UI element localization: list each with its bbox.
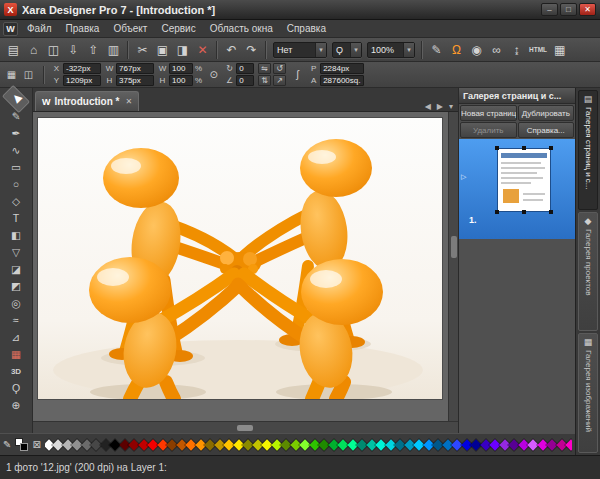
bounds-icon[interactable]: ◫: [21, 67, 36, 82]
delete-icon[interactable]: ✕: [193, 40, 212, 59]
transparency-tool[interactable]: ▽: [4, 244, 28, 260]
no-color-icon[interactable]: ⊠: [32, 439, 40, 450]
scale-diagonal-icon[interactable]: ↗: [273, 75, 286, 86]
window-icon[interactable]: ▦: [550, 40, 569, 59]
rectangle-tool[interactable]: ▭: [4, 159, 28, 175]
document-tab[interactable]: W Introduction * ✕: [35, 91, 139, 111]
line-width-combo[interactable]: Нет ▾: [273, 42, 327, 58]
contour-tool[interactable]: ◎: [4, 295, 28, 311]
shadow-tool[interactable]: ◪: [4, 261, 28, 277]
menu-item[interactable]: Объект: [106, 21, 154, 36]
menu-item[interactable]: Правка: [59, 21, 107, 36]
redo-icon[interactable]: ↷: [242, 40, 261, 59]
maximize-button[interactable]: □: [560, 3, 577, 16]
rotation-angle-field[interactable]: [236, 63, 254, 74]
ellipse-tool[interactable]: ○: [4, 176, 28, 192]
height-field[interactable]: [116, 75, 154, 86]
freehand-tool[interactable]: ∿: [4, 142, 28, 158]
delete-page-button[interactable]: Удалить: [460, 122, 517, 138]
selection-handle[interactable]: [549, 146, 553, 150]
snap-magnet-icon[interactable]: Ω: [447, 40, 466, 59]
menu-item[interactable]: Справка: [280, 21, 333, 36]
menu-item[interactable]: Область окна: [203, 21, 280, 36]
vertical-scroll-thumb[interactable]: [451, 236, 457, 258]
color-swatch[interactable]: [566, 439, 572, 450]
tab-pages-gallery[interactable]: ▤Галерея страниц и с...: [578, 90, 598, 210]
x-position-field[interactable]: [63, 63, 101, 74]
copy-icon[interactable]: ▣: [153, 40, 172, 59]
page-thumbnail[interactable]: [498, 149, 550, 211]
xara-menu-icon[interactable]: W: [3, 22, 18, 36]
minimize-button[interactable]: –: [541, 3, 558, 16]
paste-icon[interactable]: ◨: [173, 40, 192, 59]
paperclip-icon[interactable]: ʃ: [290, 67, 305, 82]
duplicate-page-button[interactable]: Дублировать: [518, 105, 575, 121]
undo-icon[interactable]: ↶: [222, 40, 241, 59]
prev-doc-icon[interactable]: ◀: [422, 102, 434, 111]
menu-item[interactable]: Файл: [20, 21, 59, 36]
import-icon[interactable]: ⇩: [64, 40, 83, 59]
snap-grid-icon[interactable]: ▦: [4, 67, 19, 82]
toolbar-separator: [265, 41, 267, 59]
zoom-tool[interactable]: Ϙ: [4, 380, 28, 396]
new-page-button[interactable]: Новая страница: [460, 105, 517, 121]
open-icon[interactable]: ⌂: [24, 40, 43, 59]
new-document-icon[interactable]: ▤: [4, 40, 23, 59]
aspect-lock-icon[interactable]: ⊙: [206, 67, 221, 82]
doc-list-icon[interactable]: ▾: [446, 102, 456, 111]
scale-height-field[interactable]: [169, 75, 193, 86]
selection-handle[interactable]: [495, 146, 499, 150]
page-list-item-selected[interactable]: ▷: [459, 139, 575, 239]
bevel-tool[interactable]: ◩: [4, 278, 28, 294]
flip-horizontal-icon[interactable]: ⇋: [258, 63, 271, 74]
expand-arrow-icon[interactable]: ▷: [461, 173, 466, 181]
edit-color-icon[interactable]: ✎: [3, 439, 11, 450]
web-export-icon[interactable]: ◉: [467, 40, 486, 59]
close-button[interactable]: ✕: [579, 3, 596, 16]
push-tool[interactable]: ⊕: [4, 397, 28, 413]
gallery-panel-title[interactable]: Галерея страниц и с...: [459, 88, 575, 104]
text-tool[interactable]: T: [4, 210, 28, 226]
selection-handle[interactable]: [522, 146, 526, 150]
link-icon[interactable]: ∞: [487, 40, 506, 59]
pen-tool[interactable]: ✒: [4, 125, 28, 141]
blend-tool[interactable]: ≈: [4, 312, 28, 328]
canvas[interactable]: [33, 112, 458, 421]
print-icon[interactable]: ▥: [104, 40, 123, 59]
selection-handle[interactable]: [522, 210, 526, 214]
cut-icon[interactable]: ✂: [133, 40, 152, 59]
selection-handle[interactable]: [495, 210, 499, 214]
horizontal-scroll-thumb[interactable]: [237, 425, 253, 431]
width-field[interactable]: [116, 63, 154, 74]
mold-tool[interactable]: ⊿: [4, 329, 28, 345]
photo-tool[interactable]: ▦: [4, 346, 28, 362]
close-tab-icon[interactable]: ✕: [124, 97, 133, 106]
photo-image[interactable]: [38, 118, 442, 399]
horizontal-scrollbar[interactable]: [33, 421, 458, 433]
vertical-scrollbar[interactable]: [448, 112, 458, 421]
tab-bitmaps-gallery[interactable]: ▦Галерея изображений: [578, 333, 598, 453]
export-icon[interactable]: ⇧: [84, 40, 103, 59]
line-color-swatch[interactable]: [20, 443, 28, 451]
quickshape-tool[interactable]: ◇: [4, 193, 28, 209]
y-position-field[interactable]: [63, 75, 101, 86]
zoom-level-combo[interactable]: 100% ▾: [367, 42, 415, 58]
selection-handle[interactable]: [549, 210, 553, 214]
scale-h-label: H: [158, 76, 167, 85]
shear-angle-field[interactable]: [236, 75, 254, 86]
flip-vertical-icon[interactable]: ⇅: [258, 75, 271, 86]
next-doc-icon[interactable]: ▶: [434, 102, 446, 111]
tab-designs-gallery[interactable]: ◆Галерея проектов: [578, 212, 598, 332]
fill-tool[interactable]: ◧: [4, 227, 28, 243]
fill-line-color-indicator[interactable]: [15, 438, 28, 451]
anchor-icon[interactable]: ↨: [507, 40, 526, 59]
help-button[interactable]: Справка...: [518, 122, 575, 138]
menu-item[interactable]: Сервис: [154, 21, 202, 36]
scale-width-field[interactable]: [169, 63, 193, 74]
zoom-tool-combo[interactable]: Ϙ ▾: [332, 42, 362, 58]
save-icon[interactable]: ◫: [44, 40, 63, 59]
curve-icon[interactable]: ✎: [427, 40, 446, 59]
html-preview-icon[interactable]: HTML: [527, 40, 549, 59]
extrude-3d-tool[interactable]: 3D: [4, 363, 28, 379]
rotate-ccw-icon[interactable]: ↺: [273, 63, 286, 74]
